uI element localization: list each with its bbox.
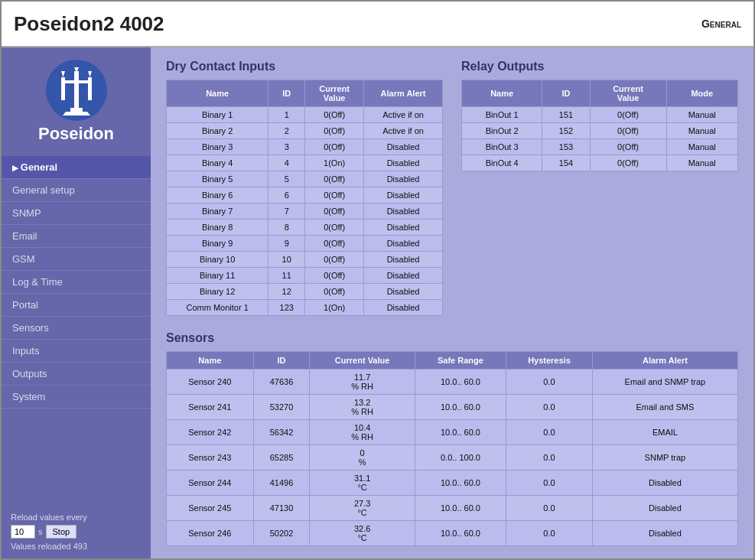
dci-id: 5 bbox=[268, 171, 305, 187]
s-name: Sensor 244 bbox=[167, 470, 254, 496]
logo-text: Poseidon bbox=[38, 124, 114, 144]
table-row: Binary 5 5 0(Off) Disabled bbox=[167, 171, 443, 187]
table-row: Binary 1 1 0(Off) Active if on bbox=[167, 107, 443, 123]
sidebar-item-email[interactable]: Email bbox=[2, 225, 151, 248]
sidebar-item-sensors[interactable]: Sensors bbox=[2, 317, 151, 340]
dci-current-value: 0(Off) bbox=[305, 187, 364, 203]
dci-id: 11 bbox=[268, 268, 305, 284]
dci-alarm-alert: Disabled bbox=[364, 236, 443, 252]
ro-current-value: 0(Off) bbox=[590, 107, 666, 123]
page-title: Poseidon2 4002 bbox=[14, 12, 701, 36]
s-safe-range: 10.0.. 60.0 bbox=[415, 470, 506, 496]
dci-name: Binary 8 bbox=[167, 220, 268, 236]
dci-current-value: 0(Off) bbox=[305, 252, 364, 268]
dci-id: 4 bbox=[268, 155, 305, 171]
dci-col-id: ID bbox=[268, 80, 305, 107]
sidebar-item-inputs[interactable]: Inputs bbox=[2, 340, 151, 363]
table-row: BinOut 2 152 0(Off) Manual bbox=[462, 123, 738, 139]
table-row: Binary 8 8 0(Off) Disabled bbox=[167, 220, 443, 236]
s-id: 47130 bbox=[253, 496, 310, 521]
dci-name: Binary 7 bbox=[167, 203, 268, 220]
table-row: Binary 12 12 0(Off) Disabled bbox=[167, 284, 443, 300]
s-name: Sensor 245 bbox=[167, 496, 254, 521]
table-row: Binary 9 9 0(Off) Disabled bbox=[167, 236, 443, 252]
reload-status: Values reloaded 493 bbox=[11, 542, 142, 551]
s-hysteresis: 0.0 bbox=[506, 445, 593, 470]
s-hysteresis: 0.0 bbox=[506, 496, 593, 521]
dci-current-value: 1(On) bbox=[305, 300, 364, 316]
dci-col-current-value: CurrentValue bbox=[305, 80, 364, 107]
s-alarm-alert: Disabled bbox=[592, 470, 737, 496]
ro-mode: Manual bbox=[666, 139, 738, 155]
sensors-table: Name ID Current Value Safe Range Hystere… bbox=[166, 351, 738, 546]
dci-current-value: 0(Off) bbox=[305, 139, 364, 155]
dci-name: Binary 3 bbox=[167, 139, 268, 155]
reload-controls: s Stop bbox=[11, 525, 142, 539]
table-row: BinOut 4 154 0(Off) Manual bbox=[462, 155, 738, 171]
dci-current-value: 0(Off) bbox=[305, 107, 364, 123]
sidebar-item-snmp[interactable]: SNMP bbox=[2, 202, 151, 225]
dci-alarm-alert: Disabled bbox=[364, 252, 443, 268]
ro-name: BinOut 4 bbox=[462, 155, 542, 171]
s-alarm-alert: Email and SMS bbox=[592, 395, 737, 420]
table-row: Sensor 243 65285 0 % 0.0.. 100.0 0.0 SNM… bbox=[167, 445, 738, 470]
table-row: Binary 7 7 0(Off) Disabled bbox=[167, 203, 443, 220]
dci-current-value: 0(Off) bbox=[305, 268, 364, 284]
dci-id: 3 bbox=[268, 139, 305, 155]
dci-id: 123 bbox=[268, 300, 305, 316]
dci-name: Binary 6 bbox=[167, 187, 268, 203]
s-safe-range: 10.0.. 60.0 bbox=[415, 395, 506, 420]
sidebar-item-general-setup[interactable]: General setup bbox=[2, 179, 151, 202]
sidebar-item-system[interactable]: System bbox=[2, 386, 151, 409]
table-row: Sensor 241 53270 13.2 % RH 10.0.. 60.0 0… bbox=[167, 395, 738, 420]
dci-col-alarm-alert: Alarm Alert bbox=[364, 80, 443, 107]
s-hysteresis: 0.0 bbox=[506, 470, 593, 496]
dci-name: Binary 4 bbox=[167, 155, 268, 171]
sidebar-item-gsm[interactable]: GSM bbox=[2, 248, 151, 271]
svg-marker-4 bbox=[88, 71, 92, 77]
content-area: Dry Contact Inputs Name ID CurrentValue … bbox=[151, 47, 753, 558]
ro-mode: Manual bbox=[666, 123, 738, 139]
s-hysteresis: 0.0 bbox=[506, 420, 593, 445]
table-row: Binary 4 4 1(On) Disabled bbox=[167, 155, 443, 171]
dci-name: Binary 2 bbox=[167, 123, 268, 139]
table-row: Binary 10 10 0(Off) Disabled bbox=[167, 252, 443, 268]
s-current-value: 31.1 °C bbox=[310, 470, 415, 496]
ro-name: BinOut 2 bbox=[462, 123, 542, 139]
dci-name: Binary 5 bbox=[167, 171, 268, 187]
nav-items: General General setup SNMP Email GSM Log… bbox=[2, 156, 151, 409]
main-layout: Poseidon General General setup SNMP Emai… bbox=[2, 47, 753, 558]
s-id: 65285 bbox=[253, 445, 310, 470]
sidebar-item-outputs[interactable]: Outputs bbox=[2, 363, 151, 386]
s-hysteresis: 0.0 bbox=[506, 521, 593, 546]
dci-alarm-alert: Disabled bbox=[364, 300, 443, 316]
s-col-current-value: Current Value bbox=[310, 352, 415, 370]
s-alarm-alert: SNMP trap bbox=[592, 445, 737, 470]
table-row: BinOut 3 153 0(Off) Manual bbox=[462, 139, 738, 155]
relay-outputs-section: Relay Outputs Name ID CurrentValue Mode bbox=[461, 60, 738, 171]
dci-alarm-alert: Disabled bbox=[364, 203, 443, 220]
dci-current-value: 0(Off) bbox=[305, 123, 364, 139]
sidebar-item-log-time[interactable]: Log & Time bbox=[2, 271, 151, 294]
s-current-value: 11.7 % RH bbox=[310, 370, 415, 395]
table-row: Binary 3 3 0(Off) Disabled bbox=[167, 139, 443, 155]
dci-alarm-alert: Disabled bbox=[364, 268, 443, 284]
dci-id: 1 bbox=[268, 107, 305, 123]
s-alarm-alert: EMAIL bbox=[592, 420, 737, 445]
reload-area: Reload values every s Stop Values reload… bbox=[2, 505, 151, 558]
reload-interval-input[interactable] bbox=[11, 525, 35, 539]
sidebar-item-portal[interactable]: Portal bbox=[2, 294, 151, 317]
s-id: 56342 bbox=[253, 420, 310, 445]
sidebar-item-general[interactable]: General bbox=[2, 156, 151, 179]
table-row: BinOut 1 151 0(Off) Manual bbox=[462, 107, 738, 123]
svg-rect-7 bbox=[70, 108, 83, 112]
dci-id: 9 bbox=[268, 236, 305, 252]
s-alarm-alert: Email and SNMP trap bbox=[592, 370, 737, 395]
ro-id: 154 bbox=[542, 155, 590, 171]
stop-button[interactable]: Stop bbox=[46, 525, 77, 539]
dci-alarm-alert: Disabled bbox=[364, 220, 443, 236]
top-sections-row: Dry Contact Inputs Name ID CurrentValue … bbox=[166, 60, 738, 316]
ro-mode: Manual bbox=[666, 107, 738, 123]
ro-name: BinOut 3 bbox=[462, 139, 542, 155]
relay-outputs-table: Name ID CurrentValue Mode BinOut 1 151 0… bbox=[461, 80, 738, 171]
